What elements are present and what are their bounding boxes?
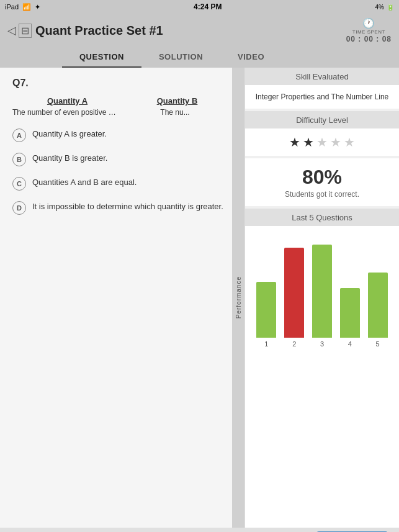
back-icon: ◁ [7, 24, 16, 37]
skill-section-header: Skill Evaluated [245, 68, 399, 85]
difficulty-stars: ★ ★ ★ ★ ★ [245, 128, 399, 156]
difficulty-section-header: Difficulty Level [245, 111, 399, 128]
option-b-text: Quantity B is greater. [32, 152, 107, 165]
tab-question[interactable]: QUESTION [62, 47, 141, 68]
performance-label: Performance [235, 276, 242, 318]
quantity-headers: Quantity A Quantity B [12, 96, 232, 106]
bar-1 [256, 282, 276, 338]
back-box-icon: ⊟ [19, 24, 32, 38]
option-b-circle: B [12, 153, 26, 166]
option-d-circle: D [12, 201, 26, 215]
skill-section-title: Skill Evaluated [295, 72, 348, 81]
star-5: ★ [344, 135, 355, 150]
bar-label-3: 3 [320, 340, 324, 348]
option-d-text: It is impossible to determine which quan… [32, 201, 223, 213]
last5-section-header: Last 5 Questions [245, 209, 399, 226]
bar-label-5: 5 [376, 340, 380, 348]
bar-col-4: 4 [340, 288, 360, 348]
tab-video[interactable]: VIDEO [220, 47, 282, 68]
wifi-icon: 📶 [22, 3, 31, 11]
bar-5 [368, 273, 388, 338]
bar-4 [340, 288, 360, 338]
skill-text: Integer Properties and The Number Line [256, 92, 389, 101]
right-panel: Skill Evaluated Integer Properties and T… [245, 68, 399, 528]
bar-label-4: 4 [348, 340, 352, 348]
star-3: ★ [316, 135, 328, 150]
quantity-values: The number of even positive factors of 3… [12, 108, 232, 117]
percentage-value: 80% [253, 166, 392, 189]
option-c[interactable]: C Quantities A and B are equal. [12, 176, 232, 191]
battery-icon: 🔋 [387, 4, 394, 11]
quantity-a-value: The number of even positive factors of 3… [12, 108, 118, 117]
quantity-b-header: Quantity B [122, 96, 232, 106]
status-left: iPad 📶 ✦ [5, 3, 40, 11]
timer-area: 🕐 TIME SPENT 00 : 00 : 08 [346, 17, 392, 43]
question-panel: Q7. Quantity A Quantity B The number of … [0, 68, 245, 528]
option-a-circle: A [12, 128, 26, 142]
bottom-bar: PROGRESS SUBMIT › [0, 528, 399, 532]
tabs-bar: QUESTION SOLUTION VIDEO [0, 43, 399, 68]
percentage-section: 80% Students got it correct. [245, 158, 399, 206]
quantity-a-header: Quantity A [12, 96, 122, 106]
star-1: ★ [289, 135, 300, 150]
bar-col-5: 5 [368, 273, 388, 348]
option-a[interactable]: A Quantity A is greater. [12, 128, 232, 142]
performance-strip: Performance [232, 68, 244, 528]
skill-content: Integer Properties and The Number Line [245, 85, 399, 109]
page-title: Quant Practice Set #1 [35, 24, 163, 38]
carrier-label: iPad [5, 3, 19, 11]
status-right: 4% 🔋 [375, 4, 394, 11]
question-number: Q7. [12, 78, 232, 89]
bar-label-2: 2 [292, 340, 296, 348]
percentage-label: Students got it correct. [253, 190, 392, 199]
back-button[interactable]: ◁ ⊟ [7, 24, 32, 38]
option-a-text: Quantity A is greater. [32, 128, 107, 140]
option-c-text: Quantities A and B are equal. [32, 176, 137, 189]
battery-label: 4% [375, 4, 384, 11]
bar-chart: 12345 [253, 236, 392, 348]
bar-3 [312, 245, 332, 338]
main-content: Q7. Quantity A Quantity B The number of … [0, 68, 399, 528]
chart-area: 12345 [245, 226, 399, 528]
bar-2 [284, 248, 304, 338]
status-bar: iPad 📶 ✦ 4:24 PM 4% 🔋 [0, 0, 399, 14]
timer-icon: 🕐 [362, 17, 375, 29]
timer-value: 00 : 00 : 08 [346, 35, 392, 43]
tab-solution[interactable]: SOLUTION [141, 47, 220, 68]
status-time: 4:24 PM [194, 2, 222, 11]
star-2: ★ [303, 135, 314, 150]
option-b[interactable]: B Quantity B is greater. [12, 152, 232, 166]
difficulty-title: Difficulty Level [296, 115, 348, 125]
bar-col-1: 1 [256, 282, 276, 348]
bar-col-3: 3 [312, 245, 332, 348]
header: ◁ ⊟ Quant Practice Set #1 🕐 TIME SPENT 0… [0, 14, 399, 43]
signal-icon: ✦ [35, 3, 40, 11]
bar-col-2: 2 [284, 248, 304, 348]
star-4: ★ [330, 135, 341, 150]
quantity-b-value: The nu... [118, 108, 232, 117]
bar-label-1: 1 [264, 340, 268, 348]
option-d[interactable]: D It is impossible to determine which qu… [12, 201, 232, 215]
timer-label: TIME SPENT [352, 29, 385, 35]
option-c-circle: C [12, 177, 26, 191]
last5-title: Last 5 Questions [292, 213, 352, 222]
